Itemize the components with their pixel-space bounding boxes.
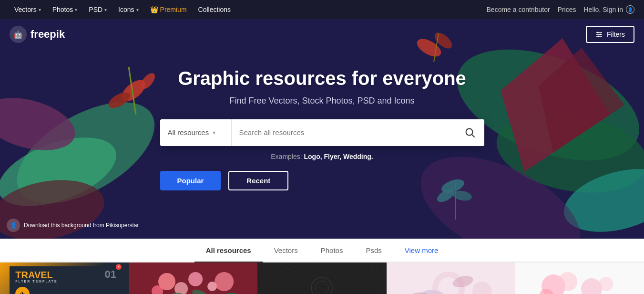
svg-point-57 (558, 272, 577, 291)
logo[interactable]: 🤖 freepik (10, 26, 65, 43)
logo-icon: 🤖 (10, 26, 27, 43)
tab-psds[interactable]: Psds (354, 239, 393, 262)
nav-item-premium[interactable]: 👑 Premium (145, 0, 192, 19)
hero-content: Graphic resources for everyone Find Free… (151, 68, 494, 190)
attribution-text: Download this background from Pikisupers… (24, 222, 139, 229)
nav-collections-label: Collections (198, 6, 231, 13)
tab-view-more-label: View more (405, 246, 439, 254)
chevron-down-icon: ▾ (136, 7, 139, 12)
thumbnail-pink-floral[interactable] (387, 262, 515, 294)
chevron-down-icon: ▾ (75, 7, 77, 12)
nav-item-photos[interactable]: Photos ▾ (48, 0, 82, 19)
thumbnails-row: TRAVEL FLYER TEMPLATE 01 ✈ ✕ (0, 262, 644, 294)
search-icon (465, 127, 475, 138)
svg-line-28 (471, 134, 474, 137)
search-dropdown[interactable]: All resources ▾ (160, 119, 232, 146)
thumbnail-travel[interactable]: TRAVEL FLYER TEMPLATE 01 ✈ ✕ (0, 262, 129, 294)
svg-rect-55 (515, 262, 644, 294)
nav-psd-label: PSD (89, 6, 102, 13)
hero-title: Graphic resources for everyone (160, 68, 484, 89)
svg-point-62 (599, 277, 613, 291)
examples-terms: Logo, Flyer, Wedding. (304, 153, 373, 160)
top-navigation: Vectors ▾ Photos ▾ PSD ▾ Icons ▾ 👑 Premi… (0, 0, 644, 19)
logo-text: freepik (31, 28, 65, 41)
svg-point-24 (597, 32, 598, 33)
thumbnail-white-floral[interactable] (515, 262, 644, 294)
svg-rect-46 (387, 262, 515, 294)
nav-premium-label: Premium (160, 6, 187, 13)
nav-item-psd[interactable]: PSD ▾ (84, 0, 112, 19)
hero-buttons: Popular Recent (160, 171, 484, 190)
chevron-down-icon: ▾ (39, 7, 41, 12)
filters-button[interactable]: Filters (586, 26, 634, 43)
nav-photos-label: Photos (52, 6, 73, 13)
become-contributor-link[interactable]: Become a contributor (487, 6, 550, 13)
svg-point-25 (599, 34, 601, 35)
tab-all-resources[interactable]: All resources (194, 239, 263, 262)
hero-section: 🤖 freepik Filters Graphic resources for … (0, 19, 644, 239)
svg-point-26 (597, 36, 599, 37)
thumbnail-floral-dark[interactable] (129, 262, 257, 294)
tab-psds-label: Psds (366, 246, 381, 254)
filters-icon (595, 31, 603, 38)
examples-text: Examples: Logo, Flyer, Wedding. (160, 153, 484, 160)
nav-item-vectors[interactable]: Vectors ▾ (10, 0, 46, 19)
tab-photos-label: Photos (321, 246, 343, 254)
user-icon: 👤 (626, 5, 634, 14)
nav-item-icons[interactable]: Icons ▾ (113, 0, 143, 19)
chevron-down-icon: ▾ (104, 7, 107, 12)
tab-photos[interactable]: Photos (309, 239, 355, 262)
search-dropdown-label: All resources (168, 128, 209, 136)
filters-label: Filters (607, 31, 625, 38)
svg-point-35 (188, 272, 203, 286)
svg-point-38 (215, 272, 234, 291)
chevron-down-icon: ▾ (213, 129, 215, 136)
recent-button[interactable]: Recent (228, 171, 288, 190)
popular-button[interactable]: Popular (160, 171, 221, 190)
search-button[interactable] (456, 119, 484, 146)
nav-left: Vectors ▾ Photos ▾ PSD ▾ Icons ▾ 👑 Premi… (10, 0, 487, 19)
sign-in-button[interactable]: Hello, Sign in 👤 (584, 5, 635, 14)
tab-all-resources-label: All resources (206, 246, 251, 254)
signin-label: Hello, Sign in (584, 6, 624, 13)
prices-link[interactable]: Prices (558, 6, 576, 13)
nav-icons-label: Icons (118, 6, 134, 13)
search-bar: All resources ▾ (160, 119, 484, 146)
tab-vectors-label: Vectors (274, 246, 298, 254)
search-input[interactable] (232, 119, 456, 146)
svg-rect-43 (267, 272, 377, 294)
attribution-user-icon: 👤 (7, 219, 20, 232)
nav-right: Become a contributor Prices Hello, Sign … (487, 5, 634, 14)
nav-item-collections[interactable]: Collections (194, 0, 235, 19)
hero-subtitle: Find Free Vectors, Stock Photos, PSD and… (160, 96, 484, 106)
nav-vectors-label: Vectors (14, 6, 37, 13)
tab-view-more[interactable]: View more (393, 239, 450, 262)
thumbnail-dark-texture[interactable] (257, 262, 386, 294)
tab-vectors[interactable]: Vectors (263, 239, 309, 262)
attribution[interactable]: 👤 Download this background from Pikisupe… (7, 219, 139, 232)
crown-icon: 👑 (150, 6, 158, 13)
examples-label: Examples: (271, 153, 302, 160)
resource-tabs: All resources Vectors Photos Psds View m… (0, 239, 644, 262)
